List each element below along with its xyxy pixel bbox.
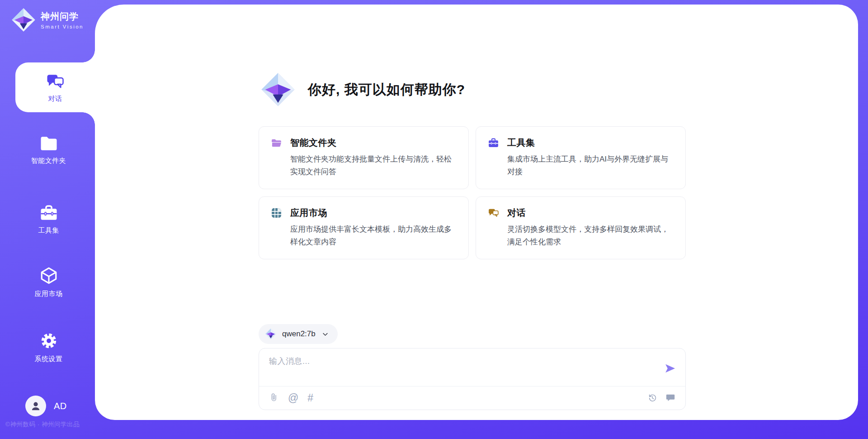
card-description: 集成市场上主流工具，助力AI与外界无缝扩展与对接: [507, 153, 674, 178]
cube-icon: [39, 266, 58, 285]
greeting: 你好, 我可以如何帮助你?: [260, 72, 465, 108]
send-icon: [664, 362, 676, 375]
sidebar-item-label: 工具集: [38, 226, 59, 235]
avatar: [25, 396, 46, 416]
gear-icon: [39, 331, 58, 350]
user-initials: AD: [54, 401, 67, 411]
model-logo-icon: [265, 328, 277, 340]
model-name: qwen2:7b: [282, 329, 316, 339]
card-title: 智能文件夹: [290, 137, 337, 149]
card-chat[interactable]: 对话 灵活切换多模型文件，支持多样回复效果调试，满足个性化需求: [476, 196, 686, 259]
message-input[interactable]: [269, 356, 653, 382]
person-icon: [30, 400, 42, 412]
card-description: 灵活切换多模型文件，支持多样回复效果调试，满足个性化需求: [507, 223, 674, 248]
folder-icon: [39, 135, 58, 152]
card-title: 对话: [507, 207, 526, 219]
feature-cards: 智能文件夹 智能文件夹功能支持批量文件上传与清洗，轻松实现文件问答 工具集 集成…: [259, 126, 686, 259]
folder-icon: [271, 137, 282, 148]
assistant-logo-icon: [260, 72, 296, 108]
send-button[interactable]: [664, 362, 676, 375]
chevron-down-icon: [322, 331, 329, 338]
greeting-text: 你好, 我可以如何帮助你?: [308, 81, 465, 99]
history-icon[interactable]: [647, 393, 657, 403]
sidebar-item-label: 智能文件夹: [31, 157, 66, 165]
quick-chat-icon[interactable]: [665, 393, 675, 403]
brand-name: 神州问学: [41, 10, 84, 23]
mention-icon[interactable]: @: [288, 393, 298, 403]
card-title: 应用市场: [290, 207, 327, 219]
composer-toolbar: @ #: [269, 387, 675, 409]
sidebar-item-label: 应用市场: [35, 290, 63, 298]
sidebar-item-app-market[interactable]: 应用市场: [0, 266, 97, 298]
sidebar-item-toolset[interactable]: 工具集: [0, 204, 97, 235]
card-description: 应用市场提供丰富长文本模板，助力高效生成多样化文章内容: [290, 223, 457, 248]
sidebar-item-label: 对话: [48, 95, 62, 103]
model-selector[interactable]: qwen2:7b: [259, 324, 338, 344]
sidebar-item-label: 系统设置: [35, 355, 63, 363]
hash-icon[interactable]: #: [307, 393, 313, 403]
sidebar-footer: ©神州数码 · 神州问学出品: [5, 420, 100, 429]
brand-subtitle: Smart Vision: [41, 24, 84, 29]
chat-icon: [488, 207, 499, 219]
sidebar-item-smart-folder[interactable]: 智能文件夹: [0, 135, 97, 165]
card-app-market[interactable]: 应用市场 应用市场提供丰富长文本模板，助力高效生成多样化文章内容: [259, 196, 469, 259]
card-description: 智能文件夹功能支持批量文件上传与清洗，轻松实现文件问答: [290, 153, 457, 178]
message-composer: @ #: [259, 348, 686, 410]
brand-logo-icon: [11, 7, 36, 33]
briefcase-icon: [488, 137, 499, 148]
sidebar-item-settings[interactable]: 系统设置: [0, 331, 97, 363]
brand: 神州问学 Smart Vision: [11, 7, 84, 33]
user-profile[interactable]: AD: [25, 396, 67, 416]
briefcase-icon: [39, 204, 58, 222]
card-title: 工具集: [507, 137, 535, 149]
sidebar-item-chat[interactable]: 对话: [15, 62, 95, 112]
attachment-icon[interactable]: [269, 393, 279, 403]
card-toolset[interactable]: 工具集 集成市场上主流工具，助力AI与外界无缝扩展与对接: [476, 126, 686, 189]
composer-toolbar-right: [647, 393, 675, 403]
card-smart-folder[interactable]: 智能文件夹 智能文件夹功能支持批量文件上传与清洗，轻松实现文件问答: [259, 126, 469, 189]
brand-text: 神州问学 Smart Vision: [41, 10, 84, 29]
chat-icon: [46, 72, 65, 91]
grid-icon: [271, 207, 282, 219]
app-root: 神州问学 Smart Vision 对话 智能文件夹 工具集: [0, 0, 868, 439]
